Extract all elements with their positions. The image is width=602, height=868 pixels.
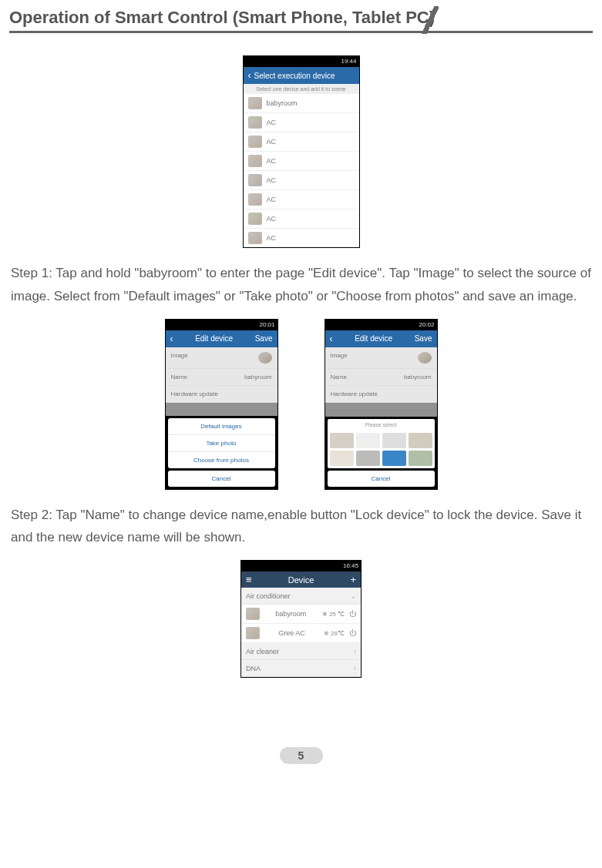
please-select-label: Please select [328, 419, 435, 431]
row-label: Image [331, 352, 348, 364]
list-item-label: AC [267, 138, 277, 146]
status-bar: 20:02 [325, 320, 437, 330]
section-label: Air conditioner [246, 592, 291, 600]
list-item[interactable]: AC [244, 171, 359, 190]
page-number-badge: 5 [9, 747, 593, 770]
list-item[interactable]: AC [244, 229, 359, 247]
section-label: Air cleaner [246, 648, 279, 655]
back-icon[interactable]: ‹ [170, 333, 173, 344]
status-time: 19:44 [341, 58, 356, 65]
device-thumb-icon [246, 627, 260, 639]
save-button[interactable]: Save [415, 334, 432, 343]
option-default-images[interactable]: Default images [168, 418, 275, 435]
hardware-update-row[interactable]: Hardware update [325, 386, 437, 403]
subtitle-hint: Select one device and add it to scene [244, 84, 359, 94]
page-title: Operation of Smart Control (Smart Phone,… [9, 8, 435, 28]
section-air-conditioner[interactable]: Air conditioner ⌄ [241, 588, 361, 605]
page-number: 5 [280, 747, 323, 764]
app-header: ‹ Select execution device [244, 67, 359, 84]
name-row[interactable]: Namebabyroom [166, 369, 277, 386]
list-item[interactable]: babyroom [244, 94, 359, 113]
section-label: DNA [246, 665, 261, 672]
image-option[interactable] [382, 433, 406, 448]
status-bar: 20:01 [166, 320, 277, 330]
dimmed-backdrop [325, 403, 437, 417]
image-select-sheet: Please select [328, 419, 435, 468]
status-time: 20:02 [419, 321, 434, 328]
device-row[interactable]: babyroom ❄ 25 ℃ ⏻ [241, 605, 361, 624]
menu-icon[interactable]: ≡ [246, 574, 252, 585]
name-value: babyroom [244, 374, 272, 380]
device-thumb-icon [248, 97, 262, 109]
list-item-label: AC [267, 196, 277, 203]
device-name: Gree AC [264, 629, 319, 637]
save-button[interactable]: Save [255, 334, 273, 343]
image-option[interactable] [382, 451, 406, 466]
app-header-title: Device [288, 575, 314, 585]
section-air-cleaner[interactable]: Air cleaner › [241, 643, 361, 660]
name-row[interactable]: Namebabyroom [325, 369, 437, 386]
hardware-update-row[interactable]: Hardware update [166, 386, 277, 403]
row-label: Image [171, 352, 188, 364]
screenshot-select-execution-device: 19:44 ‹ Select execution device Select o… [243, 55, 360, 248]
cancel-button[interactable]: Cancel [328, 471, 435, 487]
header-underline [9, 31, 593, 33]
app-header: ≡ Device + [241, 571, 361, 588]
cancel-button[interactable]: Cancel [168, 471, 275, 487]
device-thumb-icon [248, 174, 262, 186]
action-sheet: Default images Take photo Choose from ph… [168, 418, 275, 468]
step-1-text: Step 1: Tap and hold "babyroom" to enter… [11, 262, 593, 308]
option-choose-photos[interactable]: Choose from photos [168, 452, 275, 468]
status-time: 20:01 [259, 321, 274, 328]
name-value: babyroom [404, 374, 432, 380]
chevron-right-icon: › [354, 647, 356, 655]
device-thumb-icon [248, 116, 262, 129]
chevron-down-icon: ⌄ [350, 592, 356, 600]
image-option[interactable] [330, 433, 354, 448]
image-row[interactable]: Image [325, 347, 437, 369]
list-item[interactable]: AC [244, 132, 359, 152]
row-label: Hardware update [331, 390, 378, 397]
list-item-label: AC [267, 119, 277, 126]
power-icon[interactable]: ⏻ [349, 629, 356, 637]
device-image-icon [418, 352, 432, 364]
device-thumb-icon [248, 155, 262, 167]
device-thumb-icon [248, 136, 262, 148]
add-icon[interactable]: + [350, 574, 356, 585]
device-image-icon [258, 352, 272, 364]
image-option[interactable] [409, 433, 432, 448]
device-temp: ❄ 25 ℃ [322, 611, 345, 618]
image-option[interactable] [356, 433, 380, 448]
back-icon[interactable]: ‹ [248, 70, 251, 81]
image-row[interactable]: Image [166, 347, 277, 369]
row-label: Name [331, 374, 347, 380]
device-temp: ❄ 28℃ [324, 630, 345, 637]
image-option[interactable] [409, 451, 432, 466]
list-item-label: AC [267, 234, 277, 242]
row-label: Name [171, 374, 187, 380]
device-thumb-icon [246, 608, 260, 620]
back-icon[interactable]: ‹ [330, 333, 333, 344]
status-bar: 16:45 [241, 561, 361, 571]
device-row[interactable]: Gree AC ❄ 28℃ ⏻ [241, 624, 361, 643]
list-item[interactable]: AC [244, 209, 359, 229]
app-header-title: Edit device [336, 334, 412, 343]
app-header: ‹ Edit device Save [166, 330, 277, 347]
list-item[interactable]: AC [244, 190, 359, 209]
step-2-text: Step 2: Tap "Name" to change device name… [11, 504, 593, 550]
list-item[interactable]: AC [244, 152, 359, 171]
image-grid [328, 431, 435, 468]
app-header-title: Select execution device [254, 72, 335, 80]
image-option[interactable] [330, 451, 354, 466]
device-name: babyroom [264, 610, 318, 618]
screenshot-edit-device-options: 20:01 ‹ Edit device Save Image Namebabyr… [165, 319, 278, 490]
image-option[interactable] [356, 451, 380, 466]
device-thumb-icon [248, 213, 262, 225]
status-bar: 19:44 [244, 56, 359, 67]
section-dna[interactable]: DNA › [241, 660, 361, 677]
list-item-label: AC [267, 157, 277, 165]
power-icon[interactable]: ⏻ [349, 610, 356, 618]
list-item[interactable]: AC [244, 113, 359, 132]
option-take-photo[interactable]: Take photo [168, 435, 275, 452]
header-slash-decor [420, 6, 439, 34]
